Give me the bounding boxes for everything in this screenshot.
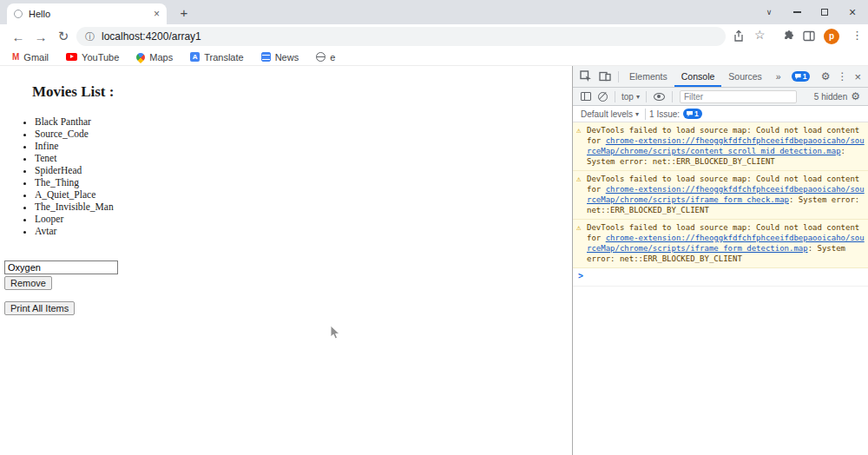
console-toolbar: top ▾ 5 hidden ⚙ (573, 88, 868, 106)
console-settings-gear-icon[interactable]: ⚙ (847, 90, 864, 102)
side-panel-button[interactable] (803, 30, 815, 45)
javascript-context-selector[interactable]: top ▾ (619, 92, 642, 102)
divider (618, 71, 619, 82)
back-button[interactable]: ← (9, 28, 28, 45)
address-bar[interactable]: ⓘ localhost:4200/array1 (76, 27, 726, 46)
speech-bubble-icon (795, 74, 801, 80)
movie-list-item: A_Quiet_Place (35, 188, 114, 201)
page-title: Movies List : (32, 83, 114, 101)
maximize-button[interactable] (811, 0, 838, 24)
movie-list-item: Source_Code (35, 128, 114, 140)
sidebar-panel-icon (581, 92, 591, 101)
issue-counter-badge[interactable]: 1 (683, 109, 702, 119)
print-all-items-button[interactable]: Print All Items (4, 301, 75, 315)
bookmark-maps[interactable]: Maps (136, 52, 173, 63)
bookmarks-bar: M Gmail YouTube Maps A Translate News e (0, 49, 868, 66)
warning-text: DevTools failed to load source map: Coul… (587, 222, 865, 264)
devtools-tabbar: Elements Console Sources » 1 ⚙ ⋮ × (573, 66, 868, 88)
profile-avatar[interactable]: p (824, 29, 839, 44)
bookmark-news[interactable]: News (261, 52, 299, 63)
issues-badge[interactable]: 1 (792, 71, 811, 82)
forward-button[interactable]: → (31, 28, 50, 45)
issue-counter-label[interactable]: 1 Issue: (649, 109, 680, 119)
issues-count: 1 (803, 72, 807, 81)
divider (615, 91, 615, 102)
browser-toolbar: ← → ↻ ⓘ localhost:4200/array1 ☆ p ⋮ (0, 24, 868, 49)
warning-text: DevTools failed to load source map: Coul… (587, 174, 865, 215)
warning-triangle-icon: ⚠ (576, 222, 584, 233)
close-button[interactable]: × (838, 0, 866, 24)
remove-button[interactable]: Remove (4, 276, 52, 290)
bookmark-star-icon[interactable]: ☆ (754, 28, 766, 42)
window-controls: ∨ × (755, 0, 866, 24)
extensions-button[interactable] (782, 30, 794, 45)
console-prompt: > (573, 268, 868, 287)
bookmark-label: Gmail (23, 52, 49, 63)
news-icon (261, 52, 271, 62)
divider (672, 91, 673, 102)
reload-button[interactable]: ↻ (54, 28, 73, 45)
console-sidebar-toggle[interactable] (577, 92, 595, 101)
hidden-messages-count[interactable]: 5 hidden (814, 92, 847, 102)
console-warning-message: ⚠ DevTools failed to load source map: Co… (573, 220, 868, 268)
movie-list-item: Black Panthar (35, 115, 114, 128)
warning-text: DevTools failed to load source map: Coul… (587, 125, 865, 167)
new-tab-button[interactable]: + (175, 4, 193, 22)
minimize-button[interactable] (783, 0, 811, 24)
bookmark-e[interactable]: e (316, 52, 335, 63)
more-tabs-button[interactable]: » (769, 67, 788, 87)
tab-elements[interactable]: Elements (622, 67, 674, 87)
live-expression-button[interactable] (650, 93, 668, 101)
console-input-area[interactable] (589, 272, 863, 282)
context-label: top (621, 92, 634, 102)
console-filter-input[interactable] (680, 90, 797, 103)
tab-search-chevron-icon[interactable]: ∨ (755, 0, 783, 24)
browser-menu-icon[interactable]: ⋮ (852, 29, 863, 42)
devtools-panel: Elements Console Sources » 1 ⚙ ⋮ × top ▾ (572, 66, 868, 455)
levels-label: Default levels (581, 109, 633, 119)
tab-close-icon[interactable]: × (154, 9, 160, 19)
source-map-link[interactable]: chrome-extension://fheoggkfdfchfphceeifd… (587, 136, 865, 155)
issue-count: 1 (694, 109, 699, 118)
clear-console-button[interactable] (595, 92, 611, 102)
bookmark-label: e (330, 52, 335, 63)
divider (646, 91, 647, 102)
clear-console-icon (598, 92, 608, 102)
device-toolbar-button[interactable] (595, 71, 615, 82)
console-messages: ⚠ DevTools failed to load source map: Co… (573, 122, 868, 268)
tab-sources[interactable]: Sources (721, 67, 769, 87)
devtools-settings-gear-icon[interactable]: ⚙ (818, 70, 834, 82)
movie-list-item: Looper (35, 213, 114, 225)
bookmark-label: Translate (204, 52, 243, 63)
bookmark-label: YouTube (82, 52, 119, 63)
chevron-down-icon: ▾ (635, 110, 639, 118)
devtools-menu-icon[interactable]: ⋮ (833, 70, 851, 82)
titlebar: Hello × + ∨ × (0, 0, 868, 24)
bookmark-gmail[interactable]: M Gmail (12, 52, 49, 63)
movie-list-item: Tenet (35, 152, 114, 164)
console-prompt-chevron-icon: > (578, 272, 583, 280)
inspect-icon (580, 70, 592, 82)
bookmark-youtube[interactable]: YouTube (66, 52, 119, 63)
share-icon (733, 30, 745, 43)
url-text: localhost:4200/array1 (102, 30, 201, 43)
devtools-close-icon[interactable]: × (851, 70, 865, 83)
site-info-icon[interactable]: ⓘ (85, 30, 95, 43)
bookmark-label: Maps (149, 52, 173, 63)
movie-list-item: The_Invisible_Man (35, 201, 114, 213)
browser-tab[interactable]: Hello × (7, 3, 167, 24)
tab-favicon-icon (14, 10, 23, 18)
bookmark-label: News (275, 52, 299, 63)
inspect-element-button[interactable] (576, 70, 595, 82)
movie-name-input[interactable] (4, 260, 118, 274)
console-warning-message: ⚠ DevTools failed to load source map: Co… (573, 171, 868, 220)
eye-icon (654, 93, 665, 101)
speech-bubble-icon (687, 111, 693, 117)
bookmark-translate[interactable]: A Translate (190, 52, 243, 63)
share-button[interactable] (733, 30, 745, 46)
console-levels-bar: Default levels ▾ 1 Issue: 1 (573, 106, 868, 122)
divider (645, 109, 646, 120)
default-levels-dropdown[interactable]: Default levels ▾ (578, 109, 641, 119)
tab-console[interactable]: Console (674, 67, 722, 87)
movie-list-item: SpiderHead (35, 164, 114, 176)
